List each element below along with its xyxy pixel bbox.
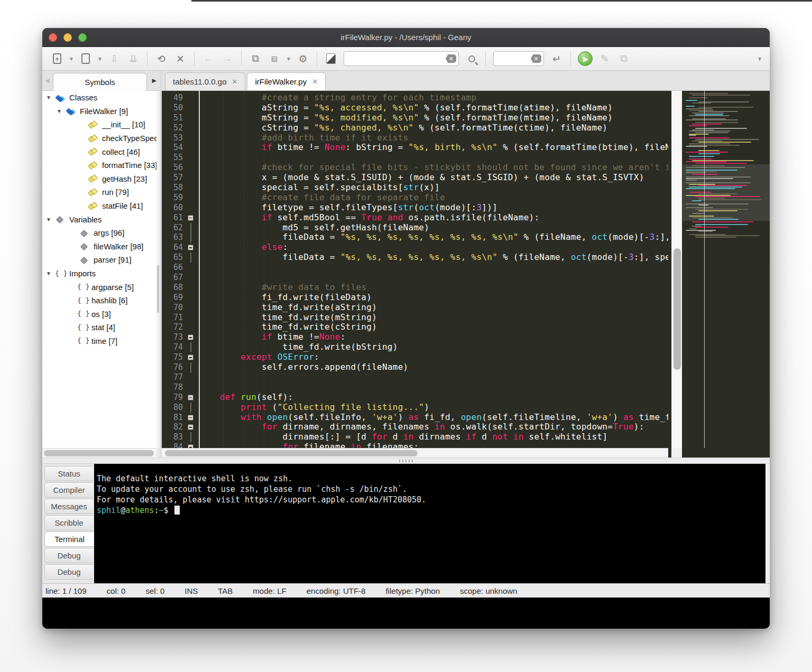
title-bar[interactable]: irFileWalker.py - /Users/sphil - Geany bbox=[42, 28, 770, 47]
symbol-tree-item[interactable]: run [79] bbox=[42, 185, 156, 199]
symbol-tree-item[interactable]: ▼Classes bbox=[42, 91, 156, 105]
symbol-tree-item[interactable]: checkTypeSpec bbox=[42, 132, 156, 145]
bottom-tab-status[interactable]: Status bbox=[44, 466, 93, 481]
symbol-tree-item[interactable]: { }hashlib [6] bbox=[42, 294, 156, 307]
code-line: 61 if self.md5Bool == True and os.path.i… bbox=[162, 213, 668, 223]
code-area[interactable]: 49 #create a string entry for each times… bbox=[162, 93, 668, 458]
minimize-window-button[interactable] bbox=[63, 33, 72, 42]
fold-collapse-icon[interactable] bbox=[188, 245, 193, 250]
tab-scroll-left-icon[interactable]: ◀ bbox=[45, 77, 49, 84]
symbol-tree-item[interactable]: { }argparse [5] bbox=[42, 280, 156, 294]
paste-button[interactable]: ⧉ bbox=[617, 51, 631, 67]
nav-back-button[interactable]: ← bbox=[201, 51, 215, 67]
tab-scroll-right-icon[interactable]: ▶ bbox=[152, 77, 156, 84]
fold-collapse-icon[interactable] bbox=[188, 354, 193, 360]
long-line-marker bbox=[704, 91, 705, 448]
build-button[interactable]: ⧈ bbox=[267, 51, 281, 67]
build-dropdown-icon[interactable]: ▼ bbox=[285, 56, 292, 62]
bottom-tab-scribble[interactable]: Scribble bbox=[44, 515, 93, 530]
close-button[interactable]: ✕ bbox=[173, 51, 187, 67]
minimap[interactable] bbox=[682, 91, 770, 458]
symbol-tree-item[interactable]: getHash [23] bbox=[42, 172, 156, 186]
compile-button[interactable]: ⧉ bbox=[248, 51, 262, 67]
symbol-tree-item[interactable]: statFile [41] bbox=[42, 199, 156, 213]
search-entry[interactable]: ✕ bbox=[344, 51, 459, 66]
preferences-button[interactable]: ✎ bbox=[598, 51, 612, 67]
symbol-tree-item[interactable]: __init__ [10] bbox=[42, 118, 156, 132]
symbol-tree-item[interactable]: formatTime [33] bbox=[42, 158, 156, 172]
symbol-tree-item[interactable]: { }stat [4] bbox=[42, 321, 156, 334]
sidebar-hscroll-thumb[interactable] bbox=[44, 450, 154, 456]
tab-close-icon[interactable]: ✕ bbox=[312, 78, 318, 86]
bottom-tab-terminal[interactable]: Terminal bbox=[44, 531, 94, 547]
symbol-tree-item[interactable]: args [96] bbox=[42, 226, 156, 240]
token: :], special, filetype) bbox=[634, 252, 668, 262]
editor-tab-tables11-0-0-go[interactable]: tables11.0.0.go✕ bbox=[165, 72, 245, 90]
run-button[interactable]: ▶ bbox=[578, 51, 593, 67]
fold-collapse-icon[interactable] bbox=[188, 215, 193, 221]
close-window-button[interactable] bbox=[49, 33, 57, 42]
symbol-tree-item[interactable]: collect [46] bbox=[42, 145, 156, 158]
new-document-dropdown-icon[interactable]: ▼ bbox=[68, 56, 75, 62]
token: : bbox=[340, 332, 346, 342]
sidebar-horizontal-scrollbar[interactable] bbox=[42, 448, 156, 458]
tab-symbols[interactable]: Symbols bbox=[53, 73, 147, 91]
open-file-dropdown-icon[interactable]: ▼ bbox=[96, 56, 104, 62]
sidebar-vscroll-thumb[interactable] bbox=[157, 265, 159, 313]
editor-horizontal-scrollbar[interactable] bbox=[162, 448, 668, 458]
bottom-tab-messages[interactable]: Messages bbox=[44, 499, 93, 514]
line-number: 68 bbox=[162, 283, 183, 293]
divider-grip-icon[interactable] bbox=[399, 460, 413, 462]
tab-close-icon[interactable]: ✕ bbox=[232, 78, 237, 86]
token: os.path.isfile(fileName): bbox=[403, 212, 540, 222]
editor-tab-irfilewalker-py[interactable]: irFileWalker.py✕ bbox=[247, 72, 326, 90]
editor-vertical-scrollbar[interactable] bbox=[671, 91, 682, 448]
bottom-tab-debug-2[interactable]: Debug bbox=[44, 564, 93, 580]
symbol-tree-item[interactable]: ▼Variables bbox=[42, 212, 156, 226]
editor[interactable]: 49 #create a string entry for each times… bbox=[162, 91, 770, 458]
execute-gears-button[interactable]: ⚙ bbox=[296, 51, 310, 67]
pane-divider[interactable] bbox=[42, 458, 770, 464]
symbol-tree-item[interactable]: { }time [7] bbox=[42, 334, 156, 348]
revert-button[interactable]: ⟲ bbox=[154, 51, 168, 67]
fold-collapse-icon[interactable] bbox=[188, 424, 193, 430]
bottom-tab-debug[interactable]: Debug bbox=[44, 548, 93, 563]
save-all-button[interactable]: ⇊ bbox=[126, 51, 140, 67]
editor-hscroll-thumb[interactable] bbox=[165, 450, 418, 456]
fold-collapse-icon[interactable] bbox=[188, 395, 193, 400]
goto-line-input[interactable] bbox=[496, 54, 531, 63]
bottom-tab-compiler[interactable]: Compiler bbox=[44, 482, 93, 498]
clear-entry-icon[interactable]: ✕ bbox=[446, 54, 456, 63]
symbol-tree-item[interactable]: fileWalker [98] bbox=[42, 240, 156, 254]
expander-icon[interactable]: ▼ bbox=[45, 217, 52, 222]
symbol-tree-item[interactable]: { }os [3] bbox=[42, 307, 156, 321]
new-document-button[interactable]: + bbox=[50, 51, 64, 67]
minimap-line bbox=[692, 102, 711, 104]
expander-icon[interactable]: ▼ bbox=[45, 95, 52, 100]
overflow-dropdown-icon[interactable]: ▼ bbox=[756, 56, 763, 62]
goto-line-entry[interactable]: ✕ bbox=[493, 51, 544, 66]
zoom-window-button[interactable] bbox=[78, 33, 87, 42]
expander-icon[interactable]: ▼ bbox=[56, 108, 62, 114]
token: (self.fileInfo, bbox=[288, 412, 372, 422]
line-number: 66 bbox=[162, 263, 183, 273]
fold-collapse-icon[interactable] bbox=[188, 334, 193, 340]
color-chooser-button[interactable] bbox=[324, 51, 338, 67]
search-button[interactable] bbox=[465, 51, 478, 67]
symbol-tree-item[interactable]: ▼{ }Imports bbox=[42, 267, 156, 281]
fold-collapse-icon[interactable] bbox=[188, 415, 193, 421]
goto-line-button[interactable]: ↵ bbox=[550, 51, 564, 67]
terminal-scrollbar[interactable] bbox=[765, 464, 770, 583]
open-file-button[interactable] bbox=[79, 51, 93, 67]
editor-vscroll-thumb[interactable] bbox=[673, 248, 681, 370]
code-line: 58 special = self.specialbits[str(x)] bbox=[162, 183, 668, 193]
symbol-tree-item[interactable]: parser [91] bbox=[42, 253, 156, 267]
nav-forward-button[interactable]: → bbox=[220, 51, 234, 67]
save-button[interactable]: ⇩ bbox=[107, 51, 121, 67]
terminal[interactable]: The default interactive shell is now zsh… bbox=[94, 464, 765, 583]
search-input[interactable] bbox=[346, 54, 446, 63]
symbol-tree-item[interactable]: ▼FileWalker [9] bbox=[42, 105, 156, 118]
line-number: 73 bbox=[162, 332, 183, 342]
clear-entry-icon[interactable]: ✕ bbox=[531, 54, 541, 63]
expander-icon[interactable]: ▼ bbox=[45, 270, 52, 276]
